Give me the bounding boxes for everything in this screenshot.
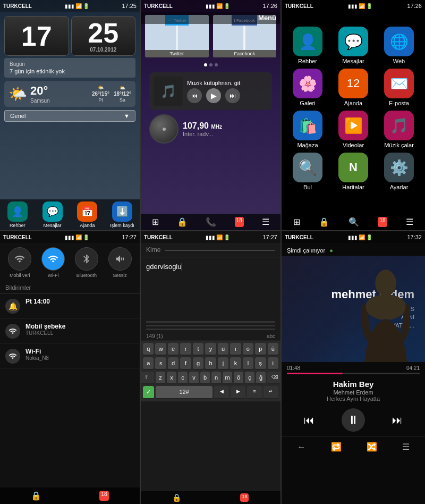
key-j[interactable]: j xyxy=(218,357,228,370)
key-h[interactable]: h xyxy=(205,357,216,370)
app-bul[interactable]: 🔍 Bul xyxy=(287,153,328,190)
return-key[interactable]: ↵ xyxy=(264,386,278,399)
prev-button[interactable]: ⏮ xyxy=(187,88,202,103)
ctrl-mobilveri[interactable]: Mobil veri xyxy=(5,247,35,278)
key-s-cedilla[interactable]: ş xyxy=(255,357,266,370)
dock-mesajlar[interactable]: 💬 Mesajlar xyxy=(39,201,66,228)
lock-icon-s3[interactable]: 🔒 xyxy=(319,217,329,227)
key-r[interactable]: r xyxy=(180,343,191,356)
app-mesajlar[interactable]: 💬 Mesajlar xyxy=(333,27,374,64)
key-a[interactable]: a xyxy=(143,357,154,370)
key-x[interactable]: x xyxy=(167,372,176,384)
key-dotless-i[interactable]: ı xyxy=(230,343,241,356)
key-d[interactable]: d xyxy=(168,357,178,370)
wifi-toggle[interactable] xyxy=(41,247,65,271)
key-k[interactable]: k xyxy=(230,357,241,370)
sessiz-toggle[interactable] xyxy=(108,247,132,271)
next-button[interactable]: ⏭ xyxy=(225,88,240,103)
space-key[interactable]: 12# xyxy=(156,386,212,399)
key-b[interactable]: b xyxy=(200,372,210,384)
battery-icon-s2: 🔋 xyxy=(224,3,230,9)
radio-knob[interactable] xyxy=(149,114,178,144)
key-s[interactable]: s xyxy=(155,357,166,370)
thumb-twitter-label: Twitter xyxy=(145,50,209,57)
dock-rehber[interactable]: 👤 Rehber xyxy=(4,201,31,228)
right-key[interactable]: ▶ xyxy=(231,386,245,399)
key-z[interactable]: z xyxy=(156,372,165,384)
lock-icon[interactable]: 🔒 xyxy=(177,217,188,227)
videolar-grid-icon: ▶️ xyxy=(338,111,368,140)
key-l[interactable]: l xyxy=(243,357,253,370)
key-m[interactable]: m xyxy=(223,372,232,384)
calendar-text: 7 gün için etkinlik yok xyxy=(10,68,130,74)
key-g[interactable]: g xyxy=(193,357,203,370)
ayarlar-grid-icon: ⚙️ xyxy=(384,153,414,182)
app-ajanda[interactable]: 12 Ajanda xyxy=(333,69,374,106)
progress-bar[interactable] xyxy=(287,373,420,374)
genel-selector[interactable]: Genel ▼ xyxy=(4,110,135,122)
ctrl-sessiz[interactable]: Sessiz xyxy=(105,247,134,278)
back-button[interactable]: ← xyxy=(293,440,310,454)
repeat-button[interactable]: 🔁 xyxy=(327,440,346,454)
key-o[interactable]: o xyxy=(243,343,253,356)
more-button[interactable]: ☰ xyxy=(398,440,414,454)
key-g-breve[interactable]: ğ xyxy=(256,372,266,384)
ctrl-bluetooth[interactable]: Bluetooth xyxy=(72,247,101,278)
prev-track-button[interactable]: ⏮ xyxy=(298,408,321,432)
app-magaza[interactable]: 🛍️ Mağaza xyxy=(287,111,328,148)
app-haritalar[interactable]: N Haritalar xyxy=(333,153,374,190)
notification-controls: Mobil veri Wi-Fi Bluetooth Sessiz xyxy=(0,243,140,282)
key-f[interactable]: f xyxy=(180,357,191,370)
lock-icon-s4[interactable]: 🔒 xyxy=(31,491,41,501)
left-key[interactable]: ◀ xyxy=(214,386,229,399)
key-t[interactable]: t xyxy=(193,343,203,356)
menu-key[interactable]: ≡ xyxy=(247,386,262,399)
key-i[interactable]: i xyxy=(268,357,278,370)
next-track-button[interactable]: ⏭ xyxy=(386,408,409,432)
key-y[interactable]: y xyxy=(205,343,216,356)
pause-button[interactable]: ⏸ xyxy=(342,408,365,432)
enter-key[interactable]: ✓ xyxy=(143,386,154,399)
mobilveri-toggle[interactable] xyxy=(8,247,31,271)
key-u[interactable]: u xyxy=(218,343,228,356)
phone-icon[interactable]: 📞 xyxy=(206,217,216,227)
menu-icon[interactable]: ☰ xyxy=(262,217,269,227)
key-w[interactable]: w xyxy=(155,343,166,356)
menu-icon-s3[interactable]: ☰ xyxy=(406,217,413,227)
notif-alarm[interactable]: 🔔 Pt 14:00 xyxy=(0,293,140,318)
shuffle-button[interactable]: 🔀 xyxy=(362,440,381,454)
app-eposta[interactable]: ✉️ E-posta xyxy=(378,69,420,106)
grid-icon-s3[interactable]: ⊞ xyxy=(293,217,300,227)
search-icon-s3[interactable]: 🔍 xyxy=(348,217,359,227)
app-ayarlar[interactable]: ⚙️ Ayarlar xyxy=(378,153,420,190)
key-c[interactable]: c xyxy=(178,372,188,384)
notif-mobile[interactable]: Mobil şebeke TURKCELL xyxy=(0,318,140,343)
app-videolar[interactable]: ▶️ Videolar xyxy=(333,111,374,148)
bluetooth-toggle[interactable] xyxy=(75,247,98,271)
key-p[interactable]: p xyxy=(255,343,266,356)
key-c-cedilla[interactable]: ç xyxy=(245,372,254,384)
notif-wifi[interactable]: Wi-Fi Nokia_N8 xyxy=(0,343,140,368)
key-o-umlaut[interactable]: ö xyxy=(234,372,243,384)
dock-ajanda[interactable]: 📅 Ajanda xyxy=(73,201,101,228)
message-input-area[interactable]: gdervisoglu xyxy=(141,257,280,321)
wifi-icon-s6: 📶 xyxy=(359,234,365,240)
key-e[interactable]: e xyxy=(168,343,178,356)
app-galeri[interactable]: 🌸 Galeri xyxy=(287,69,328,106)
lock-icon-s5[interactable]: 🔒 xyxy=(172,493,181,502)
key-q[interactable]: q xyxy=(143,343,154,356)
key-v[interactable]: v xyxy=(189,372,199,384)
calendar-widget: Bugün 7 gün için etkinlik yok xyxy=(4,58,135,78)
shift-key[interactable]: ⇧ xyxy=(141,372,154,384)
backspace-key[interactable]: ⌫ xyxy=(267,372,282,384)
key-u-umlaut[interactable]: ü xyxy=(268,343,278,356)
app-web[interactable]: 🌐 Web xyxy=(378,27,420,64)
music-top: 🎵 Müzik kütüphnsn. git ⏮ ▶ ⏭ xyxy=(154,77,268,106)
ctrl-wifi[interactable]: Wi-Fi xyxy=(39,247,68,278)
key-n[interactable]: n xyxy=(211,372,221,384)
app-muzik[interactable]: 🎵 Müzik çalar xyxy=(378,111,420,148)
dock-islem[interactable]: ⬇️ İşlem kaydı xyxy=(108,201,136,228)
app-rehber[interactable]: 👤 Rehber xyxy=(287,27,328,64)
grid-icon[interactable]: ⊞ xyxy=(152,217,159,227)
play-button[interactable]: ▶ xyxy=(206,88,221,103)
